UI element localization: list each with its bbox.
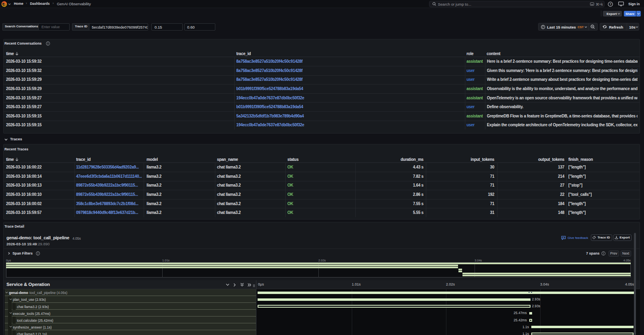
svg-text:?: ?	[609, 2, 611, 6]
